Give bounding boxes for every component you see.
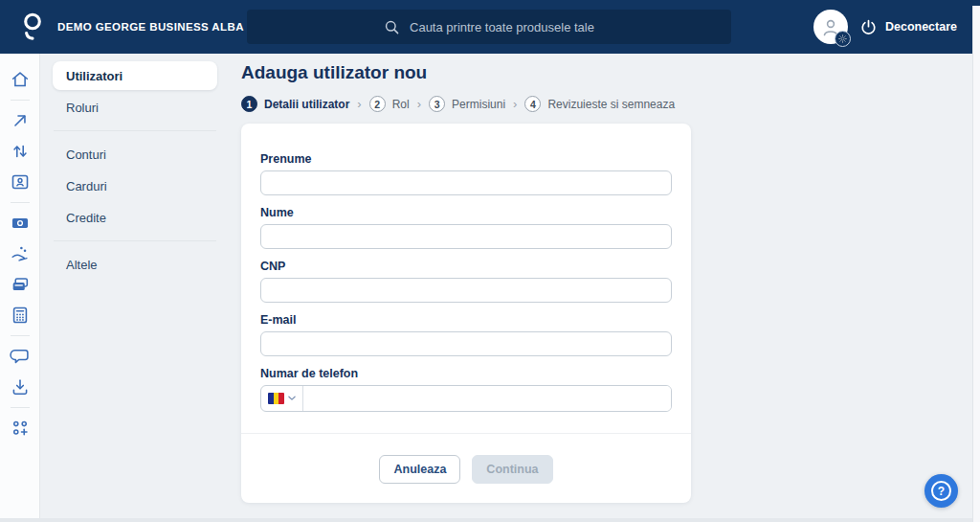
step-label: Revizuieste si semneaza [547,98,675,111]
gear-icon [838,34,847,43]
main-content: Adauga utilizator nou 1 Detalii utilizat… [230,54,972,522]
nume-input[interactable] [260,224,672,249]
george-logo-icon [15,11,48,43]
id-card-icon[interactable] [10,171,31,193]
cnp-input[interactable] [260,278,672,303]
search-icon [384,19,400,35]
rail-divider [11,407,30,408]
add-user-form-card: Prenume Nume CNP E-mail Numar de telefon [241,124,691,503]
step-label: Detalii utilizator [264,98,349,111]
logout-button[interactable]: Deconectare [859,18,957,36]
window-bottom-edge [0,518,980,522]
field-cnp: CNP [260,260,672,303]
field-email: E-mail [260,313,672,356]
step-detalii-utilizator[interactable]: 1 Detalii utilizator [241,96,349,112]
step-label: Rol [392,98,410,111]
chevron-right-icon: › [357,97,361,111]
sidebar-item-label: Carduri [66,179,107,193]
sidebar-item-label: Conturi [66,148,106,162]
sidebar-item-utilizatori[interactable]: Utilizatori [53,61,217,90]
sidebar-item-credite[interactable]: Credite [53,203,217,232]
scrollbar-track[interactable] [972,6,980,522]
menu-divider [54,130,216,131]
field-telefon: Numar de telefon [260,367,672,412]
step-number: 2 [369,96,386,112]
icon-rail [0,54,40,522]
cash-flow-icon[interactable] [10,243,31,264]
sidebar-item-roluri[interactable]: Roluri [53,93,217,122]
rail-divider [11,100,30,101]
rail-divider [11,202,30,203]
sidebar-item-label: Credite [66,211,106,225]
sidebar-item-label: Roluri [66,101,99,115]
transfer-out-icon[interactable] [10,110,31,131]
sidebar-menu: Utilizatori Roluri Conturi Carduri Credi… [40,54,230,522]
step-rol[interactable]: 2 Rol [369,96,410,112]
romania-flag-icon [268,393,284,404]
step-permisiuni[interactable]: 3 Permisiuni [429,96,505,112]
chevron-right-icon: › [513,97,517,111]
settings-badge[interactable] [835,31,851,47]
phone-input-group [260,385,672,412]
calculator-icon[interactable] [10,305,31,326]
telefon-input[interactable] [303,386,671,411]
continue-button[interactable]: Continua [472,455,552,484]
search-input[interactable]: Cauta printre toate produsele tale [247,10,731,44]
sidebar-item-label: Utilizatori [66,69,122,83]
telefon-label: Numar de telefon [260,367,672,380]
apps-icon[interactable] [10,418,31,439]
home-icon[interactable] [10,69,31,90]
email-input[interactable] [260,331,672,356]
nume-label: Nume [260,206,672,219]
prenume-input[interactable] [260,170,672,195]
page-title: Adauga utilizator nou [241,61,972,84]
app-header: DEMO GEORGE BUSINESS ALBA Cauta printre … [0,0,980,54]
sidebar-item-conturi[interactable]: Conturi [53,140,217,169]
user-avatar[interactable] [813,10,848,44]
email-label: E-mail [260,313,672,327]
cnp-label: CNP [260,260,672,273]
rail-divider [11,335,30,336]
sidebar-item-altele[interactable]: Altele [53,250,217,279]
stepper: 1 Detalii utilizator › 2 Rol › 3 Permisi… [241,96,972,112]
chevron-down-icon [288,396,296,401]
question-mark-icon: ? [931,481,951,501]
menu-divider [54,240,216,241]
form-actions: Anuleaza Continua [260,434,672,489]
transfers-icon[interactable] [10,141,31,162]
help-button[interactable]: ? [924,474,958,508]
sidebar-item-label: Altele [66,258,98,272]
prenume-label: Prenume [260,152,672,166]
field-prenume: Prenume [260,152,672,195]
field-nume: Nume [260,206,672,249]
step-number: 1 [241,96,257,112]
chevron-right-icon: › [417,97,421,111]
brand-title: DEMO GEORGE BUSINESS ALBA [57,21,244,33]
download-icon[interactable] [10,376,31,397]
step-number: 4 [524,96,541,112]
step-number: 3 [429,96,445,112]
search-placeholder: Cauta printre toate produsele tale [410,20,594,34]
george-logo[interactable] [15,11,48,43]
step-revizuieste[interactable]: 4 Revizuieste si semneaza [524,96,675,112]
sidebar-item-carduri[interactable]: Carduri [53,171,217,200]
banknote-icon[interactable] [10,213,31,234]
chat-icon[interactable] [10,346,31,367]
logout-label: Deconectare [885,20,957,34]
country-code-select[interactable] [261,386,303,411]
step-label: Permisiuni [452,98,505,111]
cards-icon[interactable] [10,274,31,295]
cancel-button[interactable]: Anuleaza [379,455,460,484]
power-icon [859,18,878,36]
